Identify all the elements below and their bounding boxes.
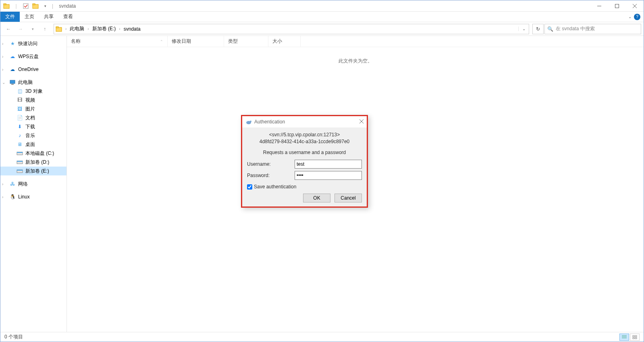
refresh-button[interactable]: ↻ — [532, 24, 544, 34]
column-modified[interactable]: 修改日期 — [168, 36, 224, 47]
navigation-bar: ← → ▾ ↑ › 此电脑 › 新加卷 (E:) › svndata ⌄ ↻ 🔍… — [0, 22, 644, 36]
dialog-close-button[interactable] — [359, 119, 364, 125]
column-type[interactable]: 类型 — [224, 36, 268, 47]
large-icons-view-button[interactable] — [630, 334, 640, 341]
music-icon: ♪ — [17, 132, 23, 139]
svn-uuid: 4d8fd279-8432-414c-a33a-1ccde9c897e0 — [247, 138, 362, 145]
expand-icon[interactable]: › — [2, 182, 7, 186]
password-input[interactable] — [295, 171, 362, 180]
cube-icon: ◫ — [17, 88, 23, 94]
qat-separator: | — [12, 2, 21, 10]
chevron-right-icon[interactable]: › — [117, 27, 122, 31]
save-auth-checkbox[interactable] — [247, 184, 252, 190]
tortoise-svn-icon — [245, 119, 252, 125]
nav-documents[interactable]: 📄文档 — [0, 113, 66, 122]
breadcrumb-drive[interactable]: 新加卷 (E:) — [91, 25, 118, 32]
ok-button[interactable]: OK — [303, 194, 330, 202]
sort-indicator-icon: ⌃ — [160, 40, 163, 44]
nav-this-pc[interactable]: ⌄此电脑 — [0, 78, 66, 87]
title-separator: | — [52, 3, 53, 9]
qat-chevron-icon[interactable]: ▾ — [41, 2, 50, 10]
address-dropdown-icon[interactable]: ⌄ — [518, 27, 529, 31]
address-bar[interactable]: › 此电脑 › 新加卷 (E:) › svndata ⌄ — [54, 24, 529, 34]
nav-videos[interactable]: 🎞视频 — [0, 96, 66, 104]
drive-icon — [17, 159, 23, 165]
pictures-icon: 🖼 — [17, 106, 23, 112]
svg-rect-18 — [17, 170, 23, 171]
svg-rect-12 — [11, 84, 14, 85]
chevron-right-icon[interactable]: › — [64, 27, 68, 31]
cancel-button[interactable]: Cancel — [334, 194, 362, 202]
breadcrumb-folder[interactable]: svndata — [122, 26, 142, 32]
folder-small-icon[interactable] — [31, 2, 40, 10]
column-name[interactable]: 名称⌃ — [67, 36, 168, 47]
close-button[interactable] — [626, 0, 644, 12]
svg-rect-2 — [23, 4, 28, 8]
svg-rect-4 — [33, 4, 35, 5]
dialog-title: Authentication — [254, 119, 285, 125]
tab-file[interactable]: 文件 — [0, 12, 20, 22]
svg-rect-25 — [635, 338, 637, 339]
ribbon-expand-icon[interactable]: ⌄ — [628, 15, 632, 19]
window-title: svndata — [59, 3, 76, 9]
nav-linux[interactable]: ›🐧Linux — [0, 192, 66, 201]
dialog-title-bar[interactable]: Authentication — [242, 116, 367, 127]
minimize-button[interactable] — [590, 0, 608, 12]
expand-icon[interactable]: › — [2, 54, 7, 59]
path-folder-icon — [56, 26, 62, 32]
expand-icon[interactable]: › — [2, 42, 7, 46]
svg-rect-10 — [56, 27, 58, 28]
dialog-prompt: Requests a username and a password — [247, 149, 362, 156]
expand-icon[interactable]: › — [2, 195, 7, 199]
back-button[interactable]: ← — [3, 23, 14, 35]
help-icon[interactable]: ? — [634, 14, 640, 20]
tab-share[interactable]: 共享 — [39, 12, 58, 22]
nav-music[interactable]: ♪音乐 — [0, 131, 66, 140]
column-size[interactable]: 大小 — [268, 36, 301, 47]
tab-view[interactable]: 查看 — [58, 12, 78, 22]
title-bar: | ▾ | svndata — [0, 0, 644, 12]
details-view-button[interactable] — [619, 334, 629, 341]
nav-pictures[interactable]: 🖼图片 — [0, 104, 66, 113]
search-icon: 🔍 — [547, 26, 553, 32]
nav-c-drive[interactable]: 本地磁盘 (C:) — [0, 149, 66, 158]
status-bar: 0 个项目 — [0, 332, 644, 342]
breadcrumb-thispc[interactable]: 此电脑 — [68, 25, 86, 32]
nav-desktop[interactable]: 🖥桌面 — [0, 140, 66, 149]
svg-rect-14 — [17, 152, 23, 153]
ribbon: 文件 主页 共享 查看 ⌄ ? — [0, 12, 644, 22]
video-icon: 🎞 — [17, 97, 23, 103]
up-button[interactable]: ↑ — [39, 23, 50, 35]
chevron-right-icon[interactable]: › — [86, 27, 90, 31]
onedrive-icon: ☁ — [9, 66, 16, 73]
nav-onedrive[interactable]: ›☁OneDrive — [0, 65, 66, 74]
checkbox-icon[interactable] — [21, 2, 30, 10]
nav-d-drive[interactable]: 新加卷 (D:) — [0, 158, 66, 167]
nav-wps[interactable]: ›☁WPS云盘 — [0, 52, 66, 61]
password-label: Password: — [247, 173, 295, 178]
tab-home[interactable]: 主页 — [20, 12, 39, 22]
nav-downloads[interactable]: ⬇下载 — [0, 122, 66, 131]
linux-icon: 🐧 — [9, 194, 16, 200]
nav-quick-access[interactable]: ›★快速访问 — [0, 39, 66, 48]
svg-rect-16 — [17, 161, 23, 162]
expand-icon[interactable]: › — [2, 67, 7, 72]
recent-locations-icon[interactable]: ▾ — [27, 23, 38, 35]
forward-button[interactable]: → — [15, 23, 26, 35]
search-box[interactable]: 🔍 在 svndata 中搜索 — [544, 24, 641, 34]
drive-icon — [17, 168, 23, 174]
collapse-icon[interactable]: ⌄ — [2, 80, 7, 85]
drive-icon — [17, 150, 23, 156]
navigation-pane[interactable]: ›★快速访问 ›☁WPS云盘 ›☁OneDrive ⌄此电脑 ◫3D 对象 🎞视… — [0, 36, 67, 332]
username-input[interactable] — [295, 160, 362, 169]
maximize-button[interactable] — [608, 0, 626, 12]
window-controls — [590, 0, 644, 12]
download-icon: ⬇ — [17, 123, 23, 130]
nav-network[interactable]: ›🖧网络 — [0, 179, 66, 188]
nav-3d-objects[interactable]: ◫3D 对象 — [0, 87, 66, 96]
svg-point-27 — [250, 121, 251, 122]
search-placeholder: 在 svndata 中搜索 — [556, 25, 595, 32]
nav-e-drive[interactable]: 新加卷 (E:) — [0, 167, 66, 175]
star-icon: ★ — [9, 40, 16, 47]
item-count: 0 个项目 — [4, 334, 23, 340]
